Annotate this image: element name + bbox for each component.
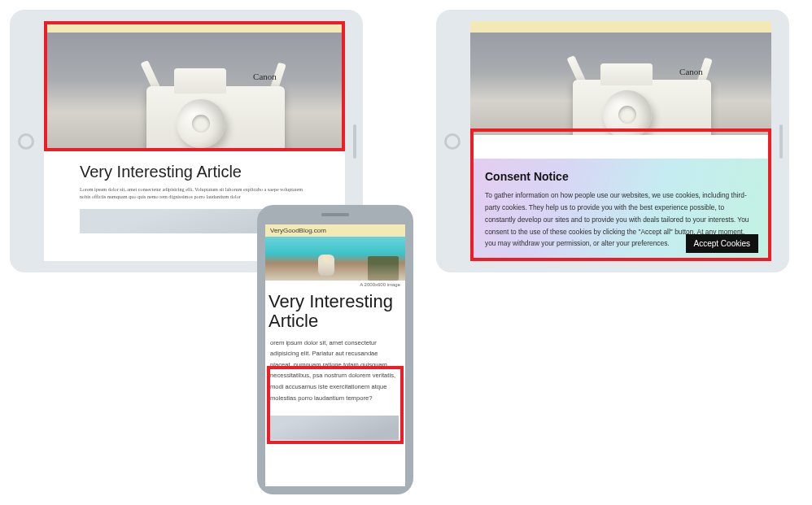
camera-illustration: Canon [573, 63, 711, 135]
tablet-right-screen: Canon Consent Notice To gather informati… [470, 21, 771, 261]
camera-illustration: Canon [146, 68, 285, 151]
site-header: VeryGoodBlog.com [265, 224, 405, 237]
article-title: Very Interesting Article [265, 292, 405, 336]
article-image [270, 416, 399, 440]
article-body: Lorem ipsum dolor sit, amet consectetur … [80, 186, 309, 201]
phone-device: VeryGoodBlog.com A 2000x600 image Very I… [257, 205, 413, 494]
hero-image: Canon [44, 21, 345, 151]
home-button-icon [444, 133, 461, 150]
home-button-icon [18, 133, 34, 150]
volume-rocker-icon [779, 124, 783, 159]
top-brand-bar [44, 21, 345, 33]
image-caption: A 2000x600 image [265, 281, 405, 292]
article-title: Very Interesting Article [80, 163, 309, 181]
consent-title: Consent Notice [485, 170, 757, 183]
hero-image: Canon [470, 21, 771, 135]
camera-brand-label: Canon [253, 72, 277, 81]
tablet-device-right: Canon Consent Notice To gather informati… [436, 10, 789, 272]
hero-image [265, 237, 405, 281]
accept-cookies-button[interactable]: Accept Cookies [686, 234, 758, 253]
consent-notice: Consent Notice To gather information on … [470, 159, 771, 261]
camera-brand-label: Canon [679, 67, 703, 76]
volume-rocker-icon [353, 124, 356, 159]
phone-screen: VeryGoodBlog.com A 2000x600 image Very I… [265, 224, 405, 486]
site-name[interactable]: VeryGoodBlog.com [270, 227, 326, 234]
top-brand-bar [470, 21, 771, 33]
speaker-icon [321, 213, 349, 216]
article-body: orem ipsum dolor sit, amet consectetur a… [265, 336, 405, 411]
